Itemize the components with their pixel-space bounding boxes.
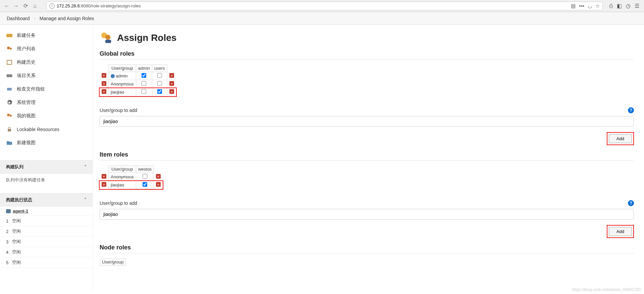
delete-icon[interactable]	[156, 174, 161, 179]
extension-icon[interactable]: ◷	[626, 3, 631, 9]
back-button[interactable]: ←	[2, 1, 11, 11]
build-queue-empty-text: 队列中没有构建任务	[6, 177, 45, 182]
delete-icon[interactable]	[102, 182, 106, 187]
url-text: 172.25.28.6:8080/role-strategy/assign-ro…	[57, 3, 141, 8]
reader-icon[interactable]: ▤	[571, 3, 576, 9]
global-roles-title: Global roles	[100, 50, 634, 57]
user-name-cell: Anonymous	[109, 80, 136, 88]
col-header: admin	[136, 65, 152, 72]
executor-row: 5空闲	[0, 257, 93, 268]
pocket-icon[interactable]: ◡	[588, 3, 592, 9]
help-button[interactable]: ?	[628, 200, 634, 206]
item-roles-title: Item roles	[100, 151, 634, 158]
sidebar-item-new-item[interactable]: 新建任务	[0, 29, 93, 42]
role-checkbox[interactable]	[143, 174, 147, 179]
role-checkbox[interactable]	[142, 89, 146, 94]
sidebar-item-project-relationship[interactable]: 项目关系	[0, 69, 93, 82]
global-add-button[interactable]: Add	[609, 134, 632, 143]
delete-icon[interactable]	[169, 73, 174, 78]
executor-status-title[interactable]: 构建执行状态	[6, 197, 32, 203]
svg-rect-3	[7, 60, 12, 64]
menu-icon[interactable]: ☰	[635, 3, 639, 9]
more-icon[interactable]: •••	[579, 3, 584, 9]
role-checkbox[interactable]	[142, 73, 146, 78]
sidebar-item-manage[interactable]: 系统管理	[0, 96, 93, 109]
role-checkbox[interactable]	[143, 182, 147, 187]
agent-name[interactable]: agent-1	[13, 209, 28, 214]
svg-point-5	[9, 74, 12, 77]
role-checkbox[interactable]	[157, 81, 162, 86]
sidebar-tasks: 新建任务 用户列表 构建历史 项目关系 检查文件指纹 系统管理	[0, 25, 93, 154]
executor-num: 3	[6, 239, 12, 244]
people-icon	[6, 46, 13, 52]
svg-point-7	[7, 114, 10, 116]
delete-icon[interactable]	[102, 81, 106, 86]
sidebar-item-new-view[interactable]: 新建视图	[0, 136, 93, 150]
svg-point-2	[10, 48, 12, 50]
table-row: Anonymous	[100, 173, 163, 181]
build-queue-title: 构建队列	[6, 164, 23, 170]
executor-row: 4空闲	[0, 247, 93, 257]
watermark: https://blog.csdn.net/weixin_44992260	[572, 287, 641, 292]
agent-row[interactable]: agent-1	[0, 207, 93, 216]
reload-button[interactable]: ⟳	[21, 1, 30, 11]
global-add-label: User/group to add	[100, 108, 137, 113]
divider	[100, 59, 634, 60]
breadcrumb-dashboard[interactable]: Dashboard	[7, 16, 30, 21]
sidebar-item-lockable-resources[interactable]: Lockable Resources	[0, 123, 93, 136]
sidebar-toggle-icon[interactable]: ◧	[617, 3, 622, 9]
sidebar-item-label: 我的视图	[17, 113, 36, 119]
col-header: User/group	[109, 65, 136, 72]
url-bar[interactable]: i 172.25.28.6:8080/role-strategy/assign-…	[46, 2, 603, 10]
delete-icon[interactable]	[169, 81, 174, 86]
my-views-icon	[6, 113, 13, 119]
delete-icon[interactable]	[169, 89, 174, 94]
global_roles-table: User/groupadminusersadminAnonymousjiaoji…	[100, 64, 176, 96]
executor-status: 空闲	[12, 239, 21, 245]
col-header: User/group	[109, 166, 136, 173]
build-queue-header[interactable]: 构建队列 ˄	[0, 160, 93, 174]
forward-button[interactable]: →	[11, 1, 21, 11]
breadcrumb-manage-roles[interactable]: Manage and Assign Roles	[40, 16, 94, 21]
sidebar-item-fingerprint[interactable]: 检查文件指纹	[0, 82, 93, 96]
home-button[interactable]: ⌂	[30, 1, 40, 11]
executor-status: 空闲	[12, 249, 21, 255]
executor-status-header[interactable]: 构建执行状态 ˄	[0, 193, 93, 207]
col-header: User/group	[100, 258, 126, 266]
executor-row: 3空闲	[0, 237, 93, 247]
role-checkbox[interactable]	[157, 89, 162, 94]
delete-icon[interactable]	[102, 174, 106, 179]
sidebar-item-label: Lockable Resources	[17, 127, 59, 132]
delete-icon[interactable]	[102, 73, 106, 78]
bookmark-icon[interactable]: ☆	[595, 3, 600, 9]
user-icon	[111, 74, 115, 78]
sidebar-item-label: 新建任务	[17, 33, 36, 39]
role-checkbox[interactable]	[157, 73, 162, 78]
svg-rect-11	[105, 40, 111, 43]
divider	[100, 160, 634, 161]
highlight-box: Add	[607, 132, 634, 145]
role-checkbox[interactable]	[142, 81, 146, 86]
help-button[interactable]: ?	[628, 107, 634, 113]
node-roles-table: User/group	[100, 258, 126, 266]
executor-num: 1	[6, 219, 12, 224]
svg-point-8	[10, 115, 12, 117]
global-add-input[interactable]	[100, 116, 634, 127]
item-add-label: User/group to add	[100, 200, 137, 206]
browser-toolbar: ← → ⟳ ⌂ i 172.25.28.6:8080/role-strategy…	[0, 0, 644, 12]
executor-status: 空闲	[12, 259, 21, 266]
help-icon: ?	[628, 107, 634, 113]
sidebar-item-my-views[interactable]: 我的视图	[0, 109, 93, 123]
sidebar-item-people[interactable]: 用户列表	[0, 42, 93, 56]
sidebar-item-build-history[interactable]: 构建历史	[0, 56, 93, 69]
info-icon[interactable]: i	[49, 3, 55, 9]
help-icon: ?	[628, 200, 634, 206]
table-row: Anonymous	[100, 80, 176, 88]
item-add-button[interactable]: Add	[609, 227, 632, 236]
user-name-cell: Anonymous	[109, 173, 136, 181]
delete-icon[interactable]	[156, 182, 161, 187]
library-icon[interactable]: ⎙	[609, 3, 613, 9]
item-add-input[interactable]	[100, 209, 634, 220]
delete-icon[interactable]	[102, 89, 106, 94]
sidebar-item-label: 构建历史	[17, 59, 36, 65]
